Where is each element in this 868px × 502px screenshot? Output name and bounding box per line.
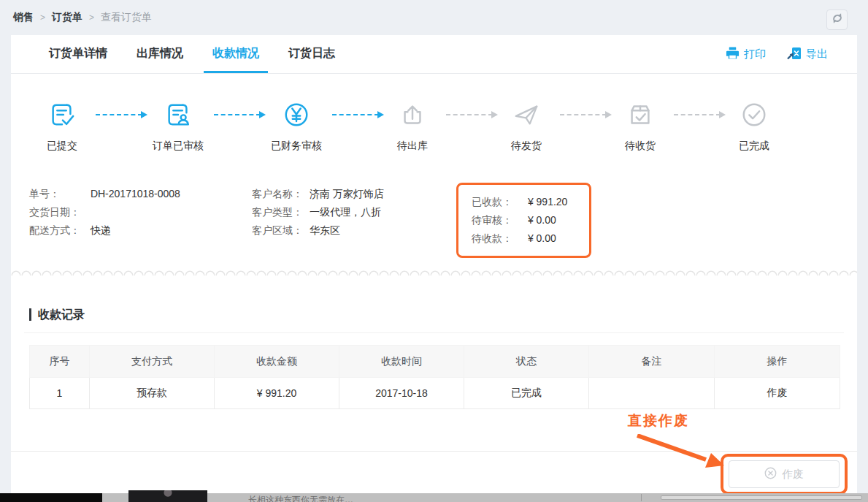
package-check-icon <box>626 101 654 129</box>
order-detail-card: 订货单详情 出库情况 收款情况 订货日志 打印 <box>11 35 857 494</box>
order-info-column: 单号： DH-20171018-0008 交货日期： 配送方式： 快递 <box>29 185 252 240</box>
order-no-value: DH-20171018-0008 <box>91 188 180 199</box>
step-finance-approved: 已财务审核 <box>271 101 322 153</box>
refresh-icon <box>831 12 844 28</box>
col-seq: 序号 <box>30 346 90 378</box>
video-thumbnail[interactable] <box>128 490 207 502</box>
customer-region-label: 客户区域： <box>252 221 307 240</box>
export-button[interactable]: 导出 <box>786 46 828 63</box>
cell-seq: 1 <box>30 378 90 409</box>
step-arrow <box>446 114 493 115</box>
step-pending-receipt: 待收货 <box>617 101 664 153</box>
cell-time: 2017-10-18 <box>339 378 464 409</box>
received-value: ¥ 991.20 <box>528 196 568 208</box>
scalloped-divider <box>11 270 857 275</box>
printer-icon <box>726 46 740 62</box>
section-divider <box>24 332 844 333</box>
payment-records-title: 收款记录 <box>29 308 857 321</box>
customer-type-value: 一级代理，八折 <box>310 206 381 218</box>
circle-x-icon <box>764 467 777 482</box>
circle-check-icon <box>740 101 768 129</box>
step-label: 待收货 <box>625 140 656 153</box>
step-order-approved: 订单已审核 <box>153 101 204 153</box>
overlay-divider <box>641 494 642 501</box>
cell-operation: 作废 <box>715 378 840 409</box>
col-status: 状态 <box>464 346 589 378</box>
plane-icon <box>512 101 540 129</box>
shipping-method-value: 快递 <box>91 224 111 236</box>
outbox-icon <box>399 101 426 129</box>
shipping-method-label: 配送方式： <box>29 221 88 240</box>
cell-payment-method: 预存款 <box>90 378 215 409</box>
step-label: 已提交 <box>47 140 77 153</box>
tab-actions: 打印 导出 <box>726 35 828 73</box>
table-row: 1 预存款 ¥ 991.20 2017-10-18 已完成 作废 <box>30 378 840 409</box>
customer-info-column: 客户名称： 济南 万家灯饰店 客户类型： 一级代理，八折 客户区域： 华东区 <box>252 185 456 240</box>
customer-name-value: 济南 万家灯饰店 <box>310 188 384 199</box>
tab-payment-status[interactable]: 收款情况 <box>204 35 268 73</box>
breadcrumb-sales[interactable]: 销售 <box>13 11 34 24</box>
tab-outbound-status[interactable]: 出库情况 <box>128 35 192 73</box>
order-no-label: 单号： <box>29 185 88 203</box>
void-button-highlight-box: 作废 <box>721 454 848 495</box>
step-label: 待出库 <box>397 140 428 153</box>
tab-order-details[interactable]: 订货单详情 <box>40 35 116 73</box>
print-button[interactable]: 打印 <box>726 46 766 62</box>
step-arrow <box>560 114 607 115</box>
step-label: 待发货 <box>511 140 542 153</box>
tab-order-log[interactable]: 订货日志 <box>280 35 344 73</box>
customer-name-label: 客户名称： <box>252 185 307 203</box>
col-payment-method: 支付方式 <box>90 346 215 378</box>
void-button[interactable]: 作废 <box>729 460 840 488</box>
step-pending-outbound: 待出库 <box>389 101 436 153</box>
video-caption: 长相这种东西你无需放在… <box>248 494 353 502</box>
step-arrow <box>674 114 721 115</box>
customer-type-label: 客户类型： <box>252 203 307 221</box>
breadcrumb-separator: > <box>40 12 45 23</box>
col-time: 收款时间 <box>339 346 464 378</box>
step-label: 已完成 <box>739 140 769 153</box>
order-info-section: 单号： DH-20171018-0008 交货日期： 配送方式： 快递 客户名称… <box>29 185 828 258</box>
yen-circle-icon <box>283 101 310 129</box>
payment-summary-highlight-box: 已收款： ¥ 991.20 待审核： ¥ 0.00 待收款： ¥ 0.00 <box>456 183 591 258</box>
breadcrumb-orders[interactable]: 订货单 <box>52 11 82 24</box>
customer-region-value: 华东区 <box>310 224 340 236</box>
breadcrumb-separator: > <box>89 12 94 23</box>
refresh-button[interactable] <box>826 9 848 30</box>
excel-export-icon <box>786 46 802 63</box>
tab-bar: 订货单详情 出库情况 收款情况 订货日志 打印 <box>11 35 857 74</box>
col-operation: 操作 <box>715 346 840 378</box>
cell-status: 已完成 <box>464 378 589 409</box>
document-user-icon <box>164 101 192 129</box>
step-pending-shipment: 待发货 <box>503 101 550 153</box>
step-label: 订单已审核 <box>153 140 204 153</box>
export-label: 导出 <box>806 47 828 61</box>
video-overlay-black-block <box>0 493 102 502</box>
void-record-link[interactable]: 作废 <box>767 387 788 398</box>
received-label: 已收款： <box>472 193 525 211</box>
cell-amount: ¥ 991.20 <box>215 378 339 409</box>
col-remark: 备注 <box>589 346 715 378</box>
col-amount: 收款金额 <box>215 346 339 378</box>
void-button-label: 作废 <box>782 468 804 482</box>
video-progress-bar[interactable] <box>661 495 862 500</box>
breadcrumb: 销售 > 订货单 > 查看订货单 <box>0 0 868 35</box>
pending-review-label: 待审核： <box>472 211 525 229</box>
step-submitted: 已提交 <box>39 101 85 153</box>
card-footer: 作废 <box>11 451 857 494</box>
print-label: 打印 <box>744 47 766 61</box>
step-arrow <box>332 114 379 115</box>
step-completed: 已完成 <box>731 101 777 153</box>
step-arrow <box>96 114 142 115</box>
cell-remark <box>589 378 715 409</box>
video-overlay[interactable]: 长相这种东西你无需放在… <box>0 493 868 502</box>
payment-records-table: 序号 支付方式 收款金额 收款时间 状态 备注 操作 1 预存款 ¥ 991.2… <box>29 345 840 409</box>
table-header-row: 序号 支付方式 收款金额 收款时间 状态 备注 操作 <box>30 346 840 378</box>
pending-review-value: ¥ 0.00 <box>528 214 556 226</box>
receivable-value: ¥ 0.00 <box>528 232 556 244</box>
document-check-icon <box>48 101 76 129</box>
step-arrow <box>214 114 261 115</box>
annotation-text: 直接作废 <box>628 411 689 430</box>
receivable-label: 待收款： <box>472 229 525 248</box>
annotation-arrow <box>631 434 730 474</box>
